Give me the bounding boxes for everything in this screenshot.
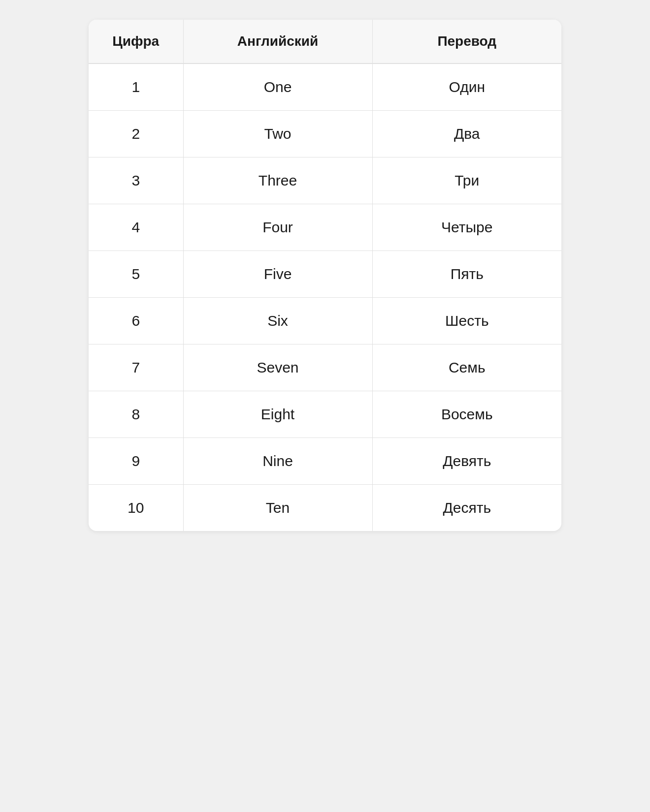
numbers-table: Цифра Английский Перевод 1OneОдин2TwoДва… xyxy=(89,20,561,531)
cell-number: 8 xyxy=(89,391,183,438)
table-row: 10TenДесять xyxy=(89,485,561,531)
table-row: 5FiveПять xyxy=(89,251,561,298)
header-col-russian: Перевод xyxy=(372,20,561,63)
cell-russian: Один xyxy=(372,63,561,111)
table-row: 4FourЧетыре xyxy=(89,204,561,251)
table-body: 1OneОдин2TwoДва3ThreeТри4FourЧетыре5Five… xyxy=(89,63,561,531)
cell-english: One xyxy=(183,63,372,111)
cell-russian: Два xyxy=(372,111,561,157)
cell-russian: Пять xyxy=(372,251,561,298)
cell-english: Seven xyxy=(183,344,372,391)
cell-russian: Шесть xyxy=(372,298,561,344)
cell-russian: Четыре xyxy=(372,204,561,251)
cell-number: 4 xyxy=(89,204,183,251)
cell-english: Eight xyxy=(183,391,372,438)
cell-number: 2 xyxy=(89,111,183,157)
cell-number: 7 xyxy=(89,344,183,391)
numbers-table-container: Цифра Английский Перевод 1OneОдин2TwoДва… xyxy=(89,20,561,531)
cell-english: Four xyxy=(183,204,372,251)
table-row: 2TwoДва xyxy=(89,111,561,157)
table-row: 1OneОдин xyxy=(89,63,561,111)
header-col-number: Цифра xyxy=(89,20,183,63)
table-row: 7SevenСемь xyxy=(89,344,561,391)
cell-russian: Восемь xyxy=(372,391,561,438)
cell-english: Nine xyxy=(183,438,372,485)
cell-number: 10 xyxy=(89,485,183,531)
cell-russian: Девять xyxy=(372,438,561,485)
cell-number: 3 xyxy=(89,157,183,204)
table-row: 9NineДевять xyxy=(89,438,561,485)
cell-russian: Десять xyxy=(372,485,561,531)
table-row: 3ThreeТри xyxy=(89,157,561,204)
table-header-row: Цифра Английский Перевод xyxy=(89,20,561,63)
cell-number: 6 xyxy=(89,298,183,344)
cell-english: Three xyxy=(183,157,372,204)
header-col-english: Английский xyxy=(183,20,372,63)
cell-russian: Семь xyxy=(372,344,561,391)
cell-english: Six xyxy=(183,298,372,344)
cell-russian: Три xyxy=(372,157,561,204)
table-row: 6SixШесть xyxy=(89,298,561,344)
cell-english: Five xyxy=(183,251,372,298)
cell-english: Ten xyxy=(183,485,372,531)
cell-number: 1 xyxy=(89,63,183,111)
cell-number: 9 xyxy=(89,438,183,485)
table-row: 8EightВосемь xyxy=(89,391,561,438)
cell-english: Two xyxy=(183,111,372,157)
cell-number: 5 xyxy=(89,251,183,298)
